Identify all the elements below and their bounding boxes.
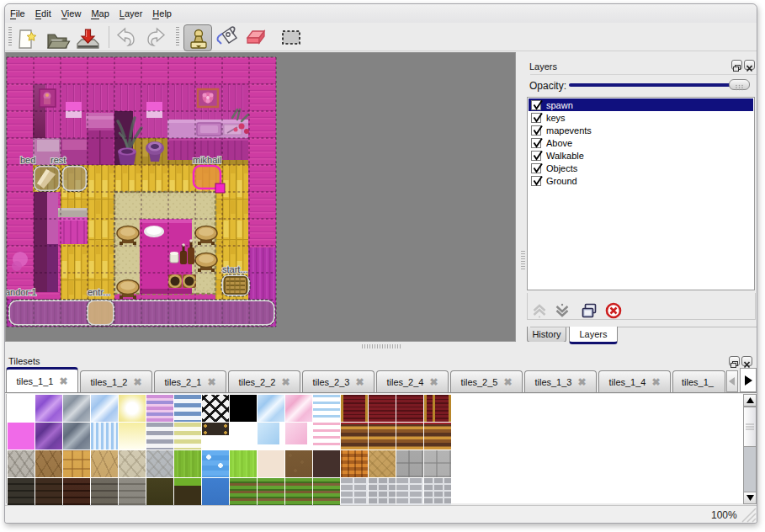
svg-text:start...: start... [222,264,248,274]
svg-text:andor:1: andor:1 [6,287,36,297]
svg-text:rest: rest [50,155,66,165]
svg-text:bed: bed [20,155,35,165]
svg-text:entr...: entr... [88,287,111,297]
svg-text:mikhail: mikhail [193,155,221,165]
